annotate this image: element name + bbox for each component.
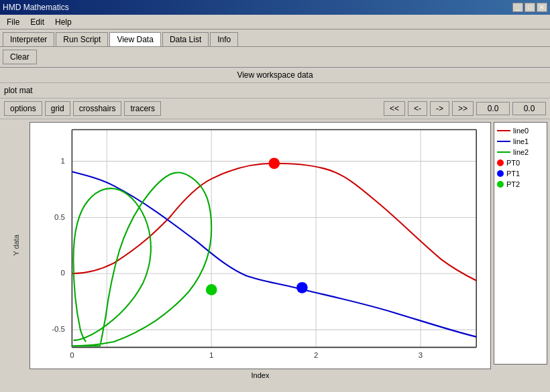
svg-point-21 bbox=[296, 282, 308, 293]
x-axis-label: Index bbox=[3, 369, 491, 380]
legend-item-line0: line0 bbox=[497, 127, 544, 135]
tab-interpreter[interactable]: Interpreter bbox=[3, 32, 54, 46]
coord-y-display: 0.0 bbox=[512, 102, 546, 115]
legend-item-pt0: PT0 bbox=[497, 159, 544, 167]
legend-item-pt2: PT2 bbox=[497, 180, 544, 188]
legend-pt1-icon bbox=[497, 170, 504, 177]
plot-area[interactable]: 1 0.5 0 -0.5 0 1 2 3 bbox=[30, 122, 491, 369]
svg-point-22 bbox=[206, 284, 217, 296]
plot-title: plot mat bbox=[0, 83, 550, 99]
svg-text:0.5: 0.5 bbox=[54, 213, 65, 221]
window-controls[interactable]: _ □ ✕ bbox=[512, 3, 547, 12]
tracers-button[interactable]: tracers bbox=[124, 101, 161, 116]
minimize-button[interactable]: _ bbox=[512, 3, 523, 12]
tab-data-list[interactable]: Data List bbox=[162, 32, 209, 46]
svg-text:3: 3 bbox=[419, 351, 423, 359]
tab-info[interactable]: Info bbox=[210, 32, 238, 46]
legend: line0 line1 line2 PT0 PT1 PT2 bbox=[494, 122, 547, 365]
svg-text:1: 1 bbox=[61, 157, 65, 165]
tab-view-data[interactable]: View Data bbox=[109, 32, 160, 46]
nav-last-button[interactable]: >> bbox=[452, 101, 474, 116]
options-button[interactable]: options bbox=[4, 101, 42, 116]
y-axis-label: Y data bbox=[12, 235, 20, 257]
legend-line1-icon bbox=[497, 141, 510, 142]
coord-x-display: 0.0 bbox=[476, 102, 510, 115]
legend-line0-icon bbox=[497, 130, 510, 131]
nav-prev-button[interactable]: <- bbox=[408, 101, 427, 116]
svg-text:0: 0 bbox=[61, 269, 65, 277]
legend-line2-icon bbox=[497, 151, 510, 153]
legend-item-pt1: PT1 bbox=[497, 170, 544, 178]
plot-container: Y data bbox=[0, 119, 550, 367]
legend-item-line2: line2 bbox=[497, 148, 544, 156]
clear-button[interactable]: Clear bbox=[3, 50, 37, 64]
grid-button[interactable]: grid bbox=[45, 101, 70, 116]
title-bar: HMD Mathematics _ □ ✕ bbox=[0, 0, 550, 15]
menu-file[interactable]: File bbox=[1, 16, 25, 28]
nav-first-button[interactable]: << bbox=[384, 101, 405, 116]
close-button[interactable]: ✕ bbox=[537, 3, 547, 12]
svg-text:2: 2 bbox=[314, 351, 318, 359]
plot-svg: 1 0.5 0 -0.5 0 1 2 3 bbox=[30, 123, 490, 369]
toolbar: Clear bbox=[0, 47, 550, 68]
window-title: HMD Mathematics bbox=[3, 3, 69, 12]
plot-controls: options grid crosshairs tracers << <- ->… bbox=[0, 99, 550, 119]
crosshairs-button[interactable]: crosshairs bbox=[73, 101, 122, 116]
legend-pt2-icon bbox=[497, 181, 504, 188]
svg-text:-0.5: -0.5 bbox=[52, 325, 65, 333]
svg-text:0: 0 bbox=[70, 351, 74, 359]
maximize-button[interactable]: □ bbox=[525, 3, 535, 12]
legend-item-line1: line1 bbox=[497, 137, 544, 145]
nav-next-button[interactable]: -> bbox=[430, 101, 449, 116]
menu-help[interactable]: Help bbox=[50, 16, 77, 28]
svg-text:1: 1 bbox=[209, 351, 213, 359]
svg-point-20 bbox=[268, 157, 280, 169]
view-workspace-label: View workspace data bbox=[0, 68, 550, 83]
tab-bar: Interpreter Run Script View Data Data Li… bbox=[0, 29, 550, 47]
legend-pt0-icon bbox=[497, 159, 504, 166]
tab-run-script[interactable]: Run Script bbox=[56, 32, 108, 46]
plot-wrapper: Y data bbox=[3, 122, 491, 365]
menu-edit[interactable]: Edit bbox=[25, 16, 50, 28]
menu-bar: File Edit Help bbox=[0, 15, 550, 29]
